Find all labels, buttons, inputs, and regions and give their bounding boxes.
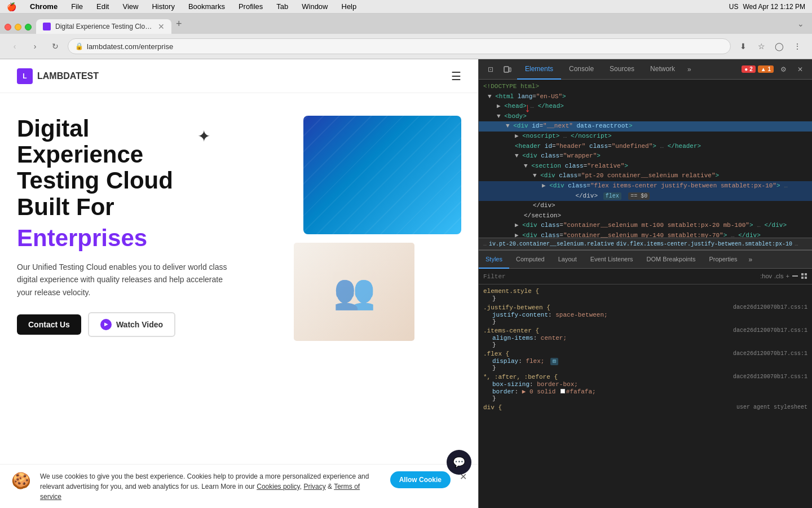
menu-item-window[interactable]: Window bbox=[299, 2, 330, 11]
devtools-tab-network[interactable]: Network bbox=[642, 59, 683, 80]
tab-close-button[interactable]: ✕ bbox=[158, 23, 165, 30]
container-mt100-line[interactable]: ▶ <div class="container__selenium mt-100… bbox=[479, 221, 812, 231]
flex-div-line[interactable]: ▶ <div class="flex items-center justify-… bbox=[479, 181, 812, 191]
hero-text: Digital Experience Testing Cloud Built F… bbox=[17, 116, 281, 337]
people-illustration: 👥 bbox=[333, 271, 376, 312]
closing-div-flex-line[interactable]: </div> flex == $0 bbox=[479, 191, 812, 202]
minimize-window-button[interactable] bbox=[15, 24, 21, 30]
hero-buttons: Contact Us ▶ Watch Video bbox=[17, 312, 281, 337]
devtools-close-button[interactable]: ✕ bbox=[793, 62, 807, 77]
tab-collapse-button[interactable]: ⌄ bbox=[794, 16, 807, 32]
elements-panel: ↓ <!DOCTYPE html> ▼ <html lang="en-US"> … bbox=[479, 80, 812, 238]
section-relative-line[interactable]: ▼ <section class="relative"> bbox=[479, 161, 812, 172]
hero-title-line2: Experience bbox=[17, 141, 143, 168]
hero-title-line4: Built For bbox=[17, 194, 114, 220]
container-my140-line[interactable]: ▶ <div class="container__selenium my-140… bbox=[479, 231, 812, 238]
styles-tab-computed[interactable]: Computed bbox=[509, 251, 551, 269]
menu-item-tab[interactable]: Tab bbox=[274, 2, 290, 11]
url-bar[interactable]: 🔒 lambdatest.com/enterprise bbox=[68, 38, 731, 54]
svg-rect-5 bbox=[801, 277, 804, 279]
menu-item-file[interactable]: File bbox=[69, 2, 85, 11]
devtools-settings-button[interactable]: ⚙ bbox=[776, 62, 791, 77]
doctype-line[interactable]: <!DOCTYPE html> bbox=[479, 82, 812, 92]
flex-rule: .flex { dace26d120070b17.css:1 display: … bbox=[479, 349, 812, 373]
style-icon-button[interactable] bbox=[801, 273, 807, 281]
items-center-prop: align-items: center; bbox=[483, 335, 807, 341]
apple-logo-icon[interactable]: 🍎 bbox=[7, 2, 16, 11]
class-filter-button[interactable]: .cls bbox=[774, 273, 784, 281]
pt20-div-line[interactable]: ▼ <div class="pt-20 container__selenium … bbox=[479, 171, 812, 181]
devtools-tab-console[interactable]: Console bbox=[561, 59, 602, 80]
chat-button[interactable]: 💬 bbox=[447, 450, 471, 475]
devtools-tab-sources[interactable]: Sources bbox=[602, 59, 642, 80]
pseudo-filter-button[interactable]: :hov bbox=[760, 273, 772, 281]
new-style-button[interactable] bbox=[792, 273, 798, 281]
items-center-rule: .items-center { dace26d120070b17.css:1 a… bbox=[479, 326, 812, 349]
cookies-policy-link[interactable]: Cookies policy bbox=[257, 483, 299, 491]
noscript-line[interactable]: ▶ <noscript> … </noscript> bbox=[479, 132, 812, 142]
locale-indicator: US bbox=[729, 3, 739, 11]
device-toggle-button[interactable] bbox=[500, 62, 515, 77]
back-button[interactable]: ‹ bbox=[7, 38, 23, 54]
justify-between-selector: .justify-between { bbox=[483, 304, 550, 311]
hero-secondary-image: 👥 bbox=[292, 241, 416, 343]
active-tab[interactable]: Digital Experience Testing Clou... ✕ bbox=[36, 19, 171, 34]
menu-item-chrome[interactable]: Chrome bbox=[28, 2, 60, 11]
wrapper-div-line[interactable]: ▼ <div class="wrapper"> bbox=[479, 151, 812, 161]
add-style-button[interactable]: + bbox=[786, 273, 789, 281]
menu-item-bookmarks[interactable]: Bookmarks bbox=[186, 2, 227, 11]
items-center-file[interactable]: dace26d120070b17.css:1 bbox=[733, 327, 807, 335]
styles-filter-input[interactable] bbox=[483, 273, 756, 280]
menu-item-help[interactable]: Help bbox=[339, 2, 359, 11]
styles-content: element.style { } .justify-between { dac… bbox=[479, 284, 812, 414]
breadcrumb-item-1[interactable]: iv.pt-20.container__selenium.relative bbox=[489, 241, 614, 247]
inspect-element-button[interactable]: ⊡ bbox=[483, 62, 498, 77]
close-window-button[interactable] bbox=[5, 24, 11, 30]
profile-icon[interactable]: ◯ bbox=[771, 38, 787, 54]
devtools-panel: ⊡ Elements Console Sources Network » ● 2… bbox=[478, 59, 812, 508]
hero-main-image bbox=[303, 116, 461, 234]
hero-main-image-inner bbox=[303, 116, 461, 234]
download-icon[interactable]: ⬇ bbox=[735, 38, 751, 54]
menu-dots-icon[interactable]: ⋮ bbox=[789, 38, 805, 54]
justify-between-file[interactable]: dace26d120070b17.css:1 bbox=[733, 304, 807, 312]
hero-description: Our Unified Testing Cloud enables you to… bbox=[17, 261, 231, 299]
privacy-link[interactable]: Privacy bbox=[303, 483, 325, 491]
filter-buttons: :hov .cls + bbox=[760, 273, 807, 281]
menu-item-history[interactable]: History bbox=[149, 2, 176, 11]
tab-favicon bbox=[43, 23, 51, 30]
styles-more-button[interactable]: » bbox=[744, 256, 757, 264]
devtools-more-tabs-button[interactable]: » bbox=[683, 65, 696, 73]
maximize-window-button[interactable] bbox=[25, 24, 32, 30]
cookie-text: We use cookies to give you the best expe… bbox=[40, 471, 381, 502]
site-header: L LAMBDATEST ☰ bbox=[0, 59, 478, 93]
items-center-selector: .items-center { bbox=[483, 327, 539, 334]
styles-tab-dom-breakpoints[interactable]: DOM Breakpoints bbox=[640, 251, 703, 269]
refresh-button[interactable]: ↻ bbox=[47, 38, 63, 54]
devtools-tab-elements[interactable]: Elements bbox=[517, 59, 561, 80]
styles-tab-event-listeners[interactable]: Event Listeners bbox=[584, 251, 640, 269]
closing-section-line[interactable]: </section> bbox=[479, 211, 812, 221]
next-div-line[interactable]: ▼ <div id="__next" data-reactroot> bbox=[479, 121, 812, 132]
security-icon: 🔒 bbox=[75, 42, 83, 50]
menu-item-edit[interactable]: Edit bbox=[94, 2, 111, 11]
forward-button[interactable]: › bbox=[27, 38, 43, 54]
header-line[interactable]: <header id="header" class="undefined"> …… bbox=[479, 142, 812, 152]
menu-item-view[interactable]: View bbox=[120, 2, 140, 11]
div-file[interactable]: user agent stylesheet bbox=[736, 404, 807, 411]
allow-cookie-button[interactable]: Allow Cookie bbox=[390, 471, 451, 488]
new-tab-button[interactable]: + bbox=[171, 15, 187, 33]
styles-tab-styles[interactable]: Styles bbox=[479, 251, 509, 269]
watch-video-label: Watch Video bbox=[116, 320, 163, 329]
watch-video-button[interactable]: ▶ Watch Video bbox=[88, 312, 175, 337]
breadcrumb-item-2[interactable]: div.flex.items-center.justify-between.sm… bbox=[616, 241, 792, 247]
styles-tab-layout[interactable]: Layout bbox=[551, 251, 584, 269]
contact-us-button[interactable]: Contact Us bbox=[17, 314, 81, 335]
universal-file[interactable]: dace26d120070b17.css:1 bbox=[733, 374, 807, 381]
bookmark-star-icon[interactable]: ☆ bbox=[753, 38, 769, 54]
closing-div-line[interactable]: </div> bbox=[479, 201, 812, 211]
styles-tab-properties[interactable]: Properties bbox=[702, 251, 744, 269]
flex-file[interactable]: dace26d120070b17.css:1 bbox=[733, 351, 807, 358]
hamburger-menu-button[interactable]: ☰ bbox=[451, 69, 461, 83]
menu-item-profiles[interactable]: Profiles bbox=[236, 2, 265, 11]
